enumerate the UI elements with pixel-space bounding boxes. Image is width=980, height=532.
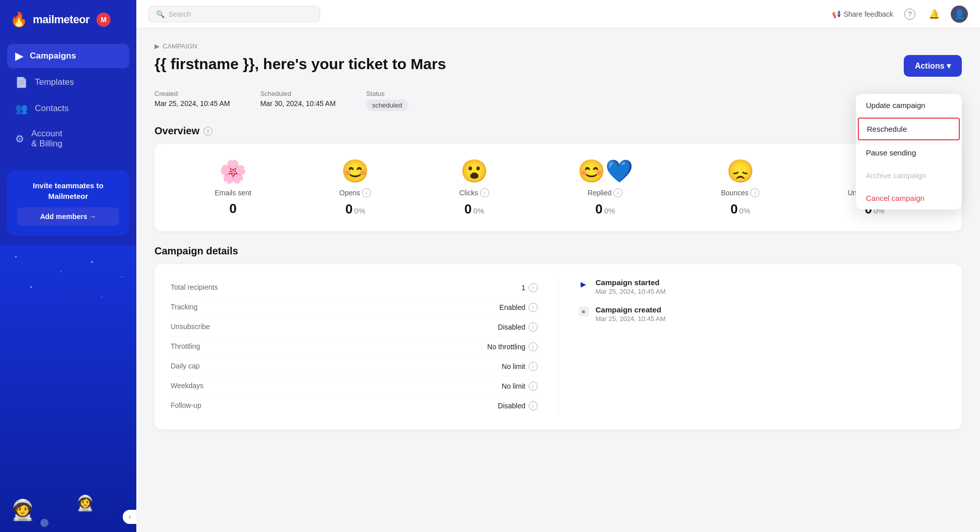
opens-emoji: 😊 — [341, 158, 369, 184]
emails-sent-emoji: 🌸 — [219, 158, 247, 185]
breadcrumb: ▶ CAMPAIGN — [154, 42, 962, 50]
page-header: {{ firstname }}, here's your ticket to M… — [154, 55, 962, 77]
logo-badge: M — [96, 13, 111, 27]
emails-sent-value: 0 — [229, 201, 236, 217]
metric-replied: 😊💙 Replied i 0 0% — [578, 158, 633, 217]
detail-row-recipients: Total recipients 1 i — [171, 278, 538, 298]
detail-row-unsubscribe: Unsubscribe Disabled i — [171, 317, 538, 337]
timeline-arrow-icon: ▶ — [579, 279, 589, 289]
illustration-planet — [40, 519, 48, 527]
logo-text: mailmeteor — [33, 13, 89, 26]
opens-info-icon[interactable]: i — [362, 188, 371, 197]
throttling-info-icon[interactable]: i — [529, 342, 538, 351]
meta-row: Created Mar 25, 2024, 10:45 AM Scheduled… — [154, 90, 962, 111]
search-placeholder: Search — [169, 10, 191, 18]
actions-dropdown: Update campaign Reschedule Pause sending… — [856, 94, 962, 209]
timeline-content-started: Campaign started Mar 25, 2024, 10:45 AM — [596, 278, 666, 295]
created-meta: Created Mar 25, 2024, 10:45 AM — [154, 90, 230, 111]
clicks-value: 0 0% — [465, 201, 484, 217]
tracking-info-icon[interactable]: i — [529, 303, 538, 312]
overview-info-icon[interactable]: i — [203, 127, 213, 136]
breadcrumb-arrow: ▶ — [154, 42, 160, 50]
details-left: Total recipients 1 i Tracking Enabled i … — [171, 278, 558, 415]
sidebar-invite-panel: Invite teammates to Mailmeteor Add membe… — [7, 170, 129, 236]
sidebar-item-campaigns[interactable]: ▶ Campaigns — [7, 44, 129, 68]
status-badge: scheduled — [366, 99, 408, 111]
metric-opens: 😊 Opens i 0 0% — [339, 158, 371, 217]
main-content: 🔍 Search 📢 Share feedback ? 🔔 👤 ▶ CAMPAI… — [136, 0, 980, 532]
add-members-button[interactable]: Add members → — [17, 207, 119, 226]
overview-card: 🌸 Emails sent 0 😊 Opens i 0 0% — [154, 144, 962, 231]
bounces-label: Bounces i — [721, 188, 759, 197]
sidebar-item-templates[interactable]: 📄 Templates — [7, 70, 129, 94]
bounces-info-icon[interactable]: i — [750, 188, 759, 197]
dropdown-item-pause[interactable]: Pause sending — [856, 141, 962, 164]
page-title: {{ firstname }}, here's your ticket to M… — [154, 55, 446, 73]
created-value: Mar 25, 2024, 10:45 AM — [154, 99, 230, 108]
detail-row-throttling: Throttling No throttling i — [171, 337, 538, 357]
sidebar-item-label: Templates — [35, 77, 74, 87]
followup-info-icon[interactable]: i — [529, 401, 538, 410]
scheduled-meta: Scheduled Mar 30, 2024, 10:45 AM — [260, 90, 335, 111]
help-button[interactable]: ? — [902, 7, 917, 22]
illustration-figure-1: 🧑‍🚀 — [10, 498, 35, 522]
timeline-item-created: ■ Campaign created Mar 25, 2024, 10:45 A… — [579, 305, 946, 323]
metric-clicks: 😮 Clicks i 0 0% — [459, 158, 489, 217]
daily-cap-info-icon[interactable]: i — [529, 362, 538, 371]
notifications-button[interactable]: 🔔 — [926, 7, 942, 22]
sidebar-item-contacts[interactable]: 👥 Contacts — [7, 96, 129, 121]
recipients-info-icon[interactable]: i — [529, 283, 538, 292]
help-icon: ? — [904, 9, 915, 20]
overview-section-title: Overview i — [154, 125, 962, 137]
replied-label: Replied i — [588, 188, 623, 197]
replied-info-icon[interactable]: i — [613, 188, 623, 197]
details-right: ▶ Campaign started Mar 25, 2024, 10:45 A… — [558, 278, 946, 415]
invite-title: Invite teammates to Mailmeteor — [17, 180, 119, 201]
metric-bounces: 😞 Bounces i 0 0% — [721, 158, 759, 217]
replied-emoji: 😊💙 — [578, 158, 633, 184]
sidebar-illustration: 🧑‍🚀 👩‍🚀 — [0, 246, 136, 532]
dropdown-item-update[interactable]: Update campaign — [856, 94, 962, 117]
breadcrumb-label: CAMPAIGN — [163, 42, 197, 50]
timeline-square-icon: ■ — [579, 306, 589, 316]
account-icon: ⚙ — [15, 133, 24, 145]
sidebar-item-account[interactable]: ⚙ Account& Billing — [7, 123, 129, 155]
dropdown-item-archive: Archive campaign — [856, 164, 962, 187]
opens-value: 0 0% — [345, 201, 365, 217]
campaigns-icon: ▶ — [15, 50, 23, 62]
sidebar-item-label: Account& Billing — [31, 129, 62, 149]
sidebar-collapse-button[interactable]: ‹ — [123, 510, 136, 524]
dropdown-item-reschedule[interactable]: Reschedule — [858, 118, 960, 140]
topbar: 🔍 Search 📢 Share feedback ? 🔔 👤 — [136, 0, 980, 28]
search-box[interactable]: 🔍 Search — [148, 6, 320, 22]
contacts-icon: 👥 — [15, 102, 28, 115]
search-icon: 🔍 — [156, 10, 165, 18]
megaphone-icon: 📢 — [832, 10, 841, 18]
clicks-info-icon[interactable]: i — [480, 188, 489, 197]
dropdown-item-cancel[interactable]: Cancel campaign — [856, 187, 962, 209]
actions-button[interactable]: Actions ▾ — [904, 55, 962, 77]
details-card: Total recipients 1 i Tracking Enabled i … — [154, 264, 962, 430]
detail-row-followup: Follow-up Disabled i — [171, 396, 538, 415]
bounces-emoji: 😞 — [727, 158, 754, 184]
clicks-label: Clicks i — [459, 188, 489, 197]
clicks-emoji: 😮 — [460, 158, 488, 184]
scheduled-value: Mar 30, 2024, 10:45 AM — [260, 99, 335, 108]
opens-label: Opens i — [339, 188, 371, 197]
weekdays-info-icon[interactable]: i — [529, 382, 538, 391]
metric-emails-sent: 🌸 Emails sent 0 — [215, 158, 251, 217]
sidebar-nav: ▶ Campaigns 📄 Templates 👥 Contacts ⚙ Acc… — [0, 39, 136, 160]
topbar-right: 📢 Share feedback ? 🔔 👤 — [832, 6, 968, 23]
timeline-item-started: ▶ Campaign started Mar 25, 2024, 10:45 A… — [579, 278, 946, 295]
details-section-title: Campaign details — [154, 245, 962, 257]
sidebar-item-label: Contacts — [35, 103, 69, 114]
detail-row-daily-cap: Daily cap No limit i — [171, 357, 538, 377]
timeline-content-created: Campaign created Mar 25, 2024, 10:45 AM — [596, 305, 666, 323]
emails-sent-label: Emails sent — [215, 189, 251, 197]
unsubscribe-info-icon[interactable]: i — [529, 323, 538, 332]
dropdown-menu: Update campaign Reschedule Pause sending… — [856, 94, 962, 209]
share-feedback-button[interactable]: 📢 Share feedback — [832, 10, 893, 18]
avatar[interactable]: 👤 — [951, 6, 968, 23]
detail-row-tracking: Tracking Enabled i — [171, 298, 538, 317]
sidebar-item-label: Campaigns — [30, 51, 76, 61]
